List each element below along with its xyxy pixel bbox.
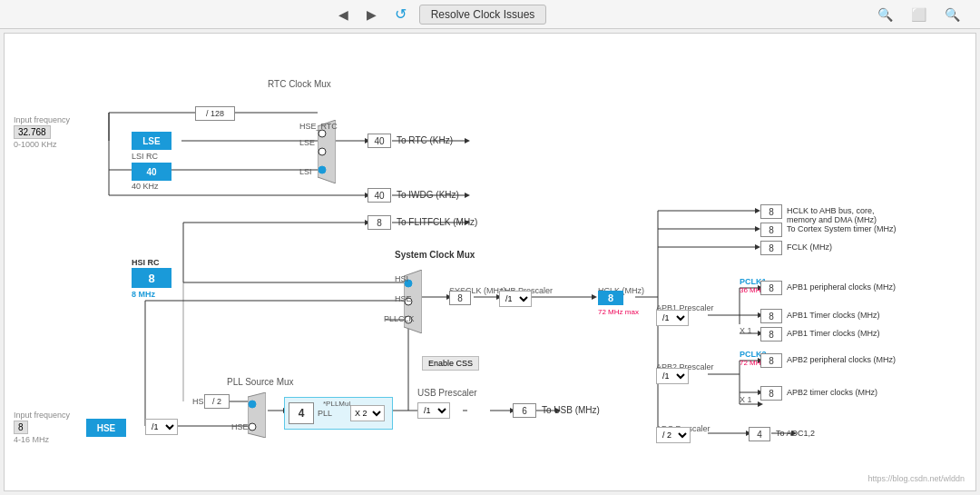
enable-css-button[interactable]: Enable CSS (422, 356, 479, 371)
apb2-peri-box: 8 (760, 353, 782, 368)
svg-marker-10 (465, 138, 470, 144)
usb-out-box: 6 (513, 403, 536, 418)
rtc-unit-text: To RTC (KHz) (397, 135, 453, 145)
apb1-timer-x1-box: 8 (760, 327, 782, 342)
adc-prescaler-select[interactable]: / 2/ 4/ 6/ 8 (656, 427, 691, 443)
lse-freq-label: Input frequency (14, 115, 70, 124)
pll-div2-box: / 2 (204, 394, 230, 409)
lse-input-group: Input frequency 32.768 0-1000 KHz (14, 115, 70, 149)
adc-out-box: 4 (749, 427, 770, 441)
hse-rtc-label: HSE_RTC (299, 122, 338, 131)
hse-sys-label: HSE (395, 294, 412, 303)
sysclk-value-box: 8 (449, 291, 471, 305)
usb-unit-text: To USB (MHz) (542, 405, 600, 415)
fclk-label: FCLK (MHz) (787, 243, 832, 252)
forward-button[interactable]: ▶ (361, 4, 382, 25)
usb-prescaler-select[interactable]: /1/1.5 (417, 402, 450, 419)
lsi-block[interactable]: 40 (132, 163, 172, 181)
hclk-ahb-label2: memory and DMA (MHz) (787, 215, 877, 224)
lsi-khz-label: 40 KHz (132, 182, 159, 191)
pllclk-sys-label: PLLCLK (384, 314, 415, 323)
pll-source-mux-body (248, 392, 266, 438)
x1-apb2-label: X 1 (740, 395, 752, 404)
flit-out-box: 8 (368, 215, 391, 230)
hclk-ahb-box: 8 (760, 204, 782, 219)
apb1-timer-label: APB1 Timer clocks (MHz) (787, 311, 880, 320)
hsi-rc-label: HSI RC (132, 258, 160, 267)
hsi-block[interactable]: 8 (132, 268, 172, 288)
lse-block[interactable]: LSE (132, 132, 172, 150)
hse-freq-value[interactable]: 8 (14, 421, 28, 434)
pll-value-box: 4 (289, 402, 314, 424)
div128-box: / 128 (195, 106, 235, 121)
pll-label: PLL (318, 409, 332, 418)
svg-point-92 (249, 423, 256, 431)
rtc-mux-label: RTC Clock Mux (268, 79, 331, 89)
svg-marker-61 (758, 401, 763, 407)
fclk-box: 8 (760, 241, 782, 255)
ahb-prescaler-select[interactable]: /1/2/4 (499, 291, 532, 307)
apb1-timer-label2: APB1 Timer clocks (MHz) (787, 329, 880, 338)
cortex-label: To Cortex System timer (MHz) (787, 224, 897, 233)
watermark: https://blog.csdn.net/wlddn (867, 474, 965, 483)
svg-marker-30 (592, 294, 597, 300)
hse-range-label: 4-16 MHz (14, 435, 49, 444)
resolve-clock-button[interactable]: Resolve Clock Issues (419, 5, 547, 25)
lsi-rc-label: LSI RC (132, 152, 158, 161)
apb2-timer-label: APB2 timer clocks (MHz) (787, 388, 877, 397)
sys-mux-label: System Clock Mux (395, 250, 475, 260)
hse-div1-select[interactable]: /1/2 (145, 419, 178, 435)
toolbar: ◀ ▶ ↺ Resolve Clock Issues 🔍 ⬜ 🔍 (0, 0, 980, 29)
apb1-timer-box: 8 (760, 309, 782, 323)
back-button[interactable]: ◀ (333, 4, 354, 25)
lse-range-label: 0-1000 KHz (14, 140, 57, 149)
pll-area: 4 PLL *PLLMul X 2X 3X 4X 6X 8 (284, 397, 393, 430)
rtc-out-box: 40 (368, 134, 391, 148)
usb-prescaler-label: USB Prescaler (417, 388, 477, 398)
hse-input-group: Input frequency 8 4-16 MHz (14, 411, 70, 444)
apb1-peri-box: 8 (760, 281, 782, 295)
svg-point-83 (318, 130, 326, 137)
svg-point-91 (249, 401, 256, 408)
svg-point-84 (318, 148, 326, 155)
apb2-prescaler-select[interactable]: /1/2 (656, 368, 689, 384)
svg-point-85 (318, 166, 326, 173)
lse-freq-value[interactable]: 32.768 (14, 125, 51, 139)
expand-button[interactable]: ⬜ (906, 4, 932, 25)
clock-canvas: Input frequency 32.768 0-1000 KHz LSE LS… (4, 33, 976, 491)
apb2-timer-box: 8 (760, 386, 782, 401)
hse-freq-label: Input frequency (14, 411, 70, 420)
hse-pll-label: HSE (231, 422, 249, 431)
pll-mul-select[interactable]: X 2X 3X 4X 6X 8 (350, 405, 385, 421)
svg-marker-15 (465, 193, 470, 198)
lse-conn-label: LSE (299, 138, 315, 147)
hclk-max-label: 72 MHz max (598, 308, 639, 316)
pll-mul-label: *PLLMul (323, 400, 350, 408)
hse-block[interactable]: HSE (86, 419, 126, 437)
apb1-prescaler-select[interactable]: /1/2 (656, 310, 689, 326)
cortex-box: 8 (760, 223, 782, 237)
apb2-peri-label: APB2 peripheral clocks (MHz) (787, 355, 896, 364)
adc-unit-text: To ADC1,2 (776, 429, 815, 438)
search-button[interactable]: 🔍 (872, 4, 898, 25)
pll-mux-label: PLL Source Mux (227, 377, 294, 387)
lsi-conn-label: LSI (299, 167, 312, 176)
iwdg-out-box: 40 (368, 188, 391, 203)
refresh-button[interactable]: ↺ (389, 2, 412, 26)
hsi-mhz-label: 8 MHz (132, 290, 155, 299)
x1-apb1-label: X 1 (740, 326, 752, 335)
apb1-peri-label: APB1 peripheral clocks (MHz) (787, 282, 896, 292)
flit-unit-text: To FLITFCLK (MHz) (397, 217, 477, 227)
hclk-value-box: 8 (598, 291, 623, 305)
zoom-button[interactable]: 🔍 (939, 4, 965, 25)
svg-marker-90 (248, 392, 266, 438)
hsi-sys-label: HSI (395, 274, 408, 283)
hclk-ahb-label: HCLK to AHB bus, core, (787, 206, 875, 215)
iwdg-unit-text: To IWDG (KHz) (397, 190, 459, 200)
